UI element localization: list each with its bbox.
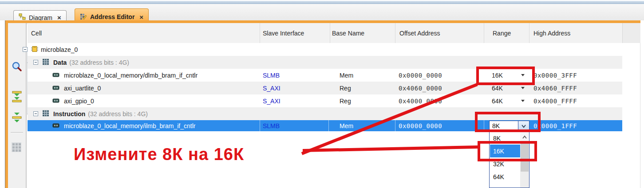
column-divider xyxy=(395,23,395,43)
address-editor-icon xyxy=(80,13,87,21)
column-header-cell[interactable]: Cell xyxy=(31,23,42,43)
offset-address: 0x0000_0000 xyxy=(399,69,442,82)
peripheral-icon xyxy=(52,85,59,92)
tab-label: Address Editor xyxy=(90,13,134,20)
table-header-filler xyxy=(622,23,640,43)
column-divider xyxy=(395,120,395,131)
cell-name: microblaze_0 xyxy=(41,43,78,56)
annotation-text: Измените 8К на 16К xyxy=(74,145,244,164)
collapse-toggle-icon[interactable] xyxy=(33,111,38,116)
address-space-grid-icon xyxy=(43,110,49,118)
tree-row-microblaze-0[interactable]: microblaze_0 xyxy=(28,43,622,56)
column-header-range[interactable]: Range xyxy=(493,23,511,43)
high-address: 0x4000_FFFF xyxy=(533,94,577,107)
column-divider xyxy=(260,120,260,131)
high-address: 0x4060_FFFF xyxy=(533,82,577,94)
expand-all-icon[interactable] xyxy=(11,91,23,102)
close-icon[interactable]: × xyxy=(139,13,143,21)
group-name: Instruction xyxy=(53,110,85,118)
column-divider xyxy=(330,23,330,43)
column-divider xyxy=(328,120,329,131)
high-address: 0x0000_3FFF xyxy=(533,69,577,82)
group-meta: (32 address bits : 4G) xyxy=(88,110,148,118)
cell-name: axi_uartlite_0 xyxy=(64,82,101,94)
window-top-strip xyxy=(0,1,644,4)
offset-address: 0x0000_0000 xyxy=(399,120,442,131)
group-label: Data (32 address bits : 4G) xyxy=(53,56,129,69)
collapse-toggle-icon[interactable] xyxy=(23,47,28,52)
processor-icon xyxy=(31,45,38,54)
column-header-offset-address[interactable]: Offset Address xyxy=(399,23,440,43)
group-meta: (32 address bits : 4G) xyxy=(69,59,129,66)
table-row-gpio[interactable]: axi_gpio_0 S_AXI Reg 0x4000_0000 64K 0x4… xyxy=(28,94,622,107)
range-dropdown-arrow-icon[interactable] xyxy=(521,100,525,102)
slave-interface: S_AXI xyxy=(263,82,281,94)
base-name: Reg xyxy=(340,82,351,94)
cell-name: microblaze_0_local_memory/ilmb_bram_if_c… xyxy=(64,120,195,131)
column-header-base-name[interactable]: Base Name xyxy=(332,23,364,43)
slave-interface: SLMB xyxy=(263,120,280,131)
offset-address: 0x4060_0000 xyxy=(399,82,442,94)
tab-bar: Diagram × Address Editor × xyxy=(0,4,644,20)
column-header-high-address[interactable]: High Address xyxy=(533,23,570,43)
base-name: Mem xyxy=(340,120,353,131)
range-value[interactable]: 64K xyxy=(492,94,503,107)
dropdown-option-64k[interactable]: 64K xyxy=(490,170,520,183)
address-space-grid-icon xyxy=(43,59,49,66)
annotation-arrow-line xyxy=(303,145,478,152)
range-dropdown-arrow-icon[interactable] xyxy=(521,87,525,89)
collapse-all-icon[interactable] xyxy=(11,112,23,123)
group-name: Data xyxy=(53,59,67,66)
cell-name: microblaze_0_local_memory/dlmb_bram_if_c… xyxy=(64,69,198,82)
toolbar-divider xyxy=(11,132,23,133)
slave-interface: S_AXI xyxy=(263,94,281,107)
panel-border-right xyxy=(640,23,640,188)
slave-interface: SLMB xyxy=(263,69,280,82)
column-header-slave-interface[interactable]: Slave Interface xyxy=(263,23,304,43)
annotation-box-range-16k xyxy=(476,67,535,85)
show-unmapped-grid-icon[interactable] xyxy=(11,142,23,153)
annotation-box-option-16k xyxy=(478,141,537,161)
address-editor-window: Diagram × Address Editor × xyxy=(0,0,644,188)
column-divider xyxy=(529,23,529,43)
group-label: Instruction (32 address bits : 4G) xyxy=(53,107,148,120)
base-name: Reg xyxy=(340,94,351,107)
base-name: Mem xyxy=(340,69,353,82)
cell-name: axi_gpio_0 xyxy=(64,94,94,107)
chevron-up-icon xyxy=(522,135,527,140)
column-divider xyxy=(260,23,260,43)
peripheral-icon xyxy=(52,98,59,105)
table-header: Cell Slave Interface Base Name Offset Ad… xyxy=(28,23,622,43)
column-divider xyxy=(484,23,484,43)
peripheral-icon xyxy=(52,72,59,79)
collapse-toggle-icon[interactable] xyxy=(33,60,38,65)
annotation-box-range-combobox xyxy=(475,112,541,132)
peripheral-icon xyxy=(52,122,59,129)
search-icon[interactable] xyxy=(11,61,23,73)
